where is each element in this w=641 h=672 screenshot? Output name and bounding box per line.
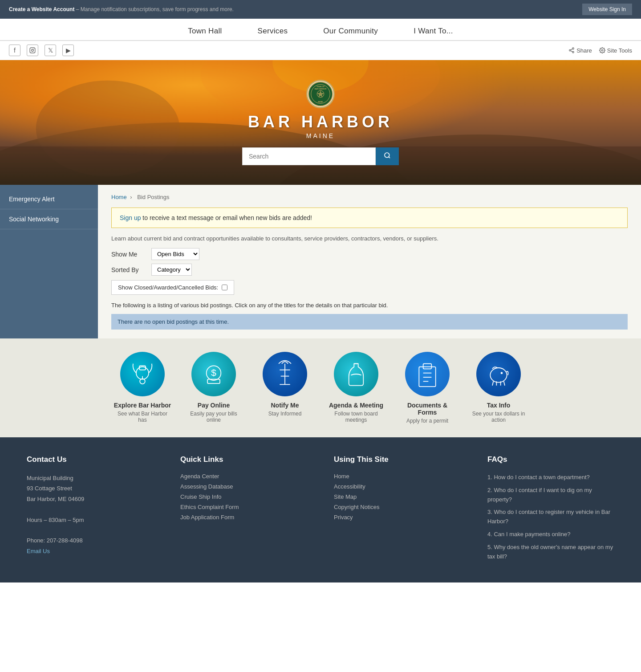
breadcrumb-separator: › bbox=[130, 194, 132, 200]
svg-point-1 bbox=[32, 49, 34, 52]
feature-icon-pay-online: $ bbox=[191, 352, 236, 396]
feature-item-documents[interactable]: Documents & Forms Apply for a permit bbox=[398, 352, 456, 424]
show-me-select[interactable]: Open Bids Closed Bids All Bids bbox=[151, 248, 199, 260]
breadcrumb-home[interactable]: Home bbox=[111, 194, 127, 200]
footer-contact: Contact Us Municipal Building 93 Cottage… bbox=[27, 455, 154, 565]
signup-link[interactable]: Sign up bbox=[120, 214, 141, 221]
breadcrumb: Home › Bid Postings bbox=[111, 194, 628, 200]
nav-services[interactable]: Services bbox=[258, 27, 288, 36]
feature-item-agenda[interactable]: Agenda & Meeting Follow town board meeti… bbox=[327, 352, 385, 424]
main-content: Home › Bid Postings Sign up to receive a… bbox=[98, 185, 641, 338]
quicklink-item[interactable]: Cruise Ship Info bbox=[180, 493, 307, 500]
share-tool[interactable]: Share bbox=[568, 47, 592, 54]
feature-icon-agenda bbox=[334, 352, 378, 396]
svg-rect-29 bbox=[207, 379, 220, 383]
svg-point-8 bbox=[601, 49, 603, 51]
bid-info-text: The following is a listing of various bi… bbox=[111, 302, 628, 309]
svg-rect-0 bbox=[30, 48, 35, 53]
search-button[interactable] bbox=[376, 147, 399, 165]
using-link-item[interactable]: Site Map bbox=[334, 493, 461, 500]
sorted-by-row: Sorted By Category Date Title bbox=[111, 264, 628, 276]
using-link-item[interactable]: Accessibility bbox=[334, 483, 461, 490]
svg-point-40 bbox=[490, 368, 507, 383]
svg-line-42 bbox=[492, 381, 493, 385]
feature-title-notify-me: Notify Me bbox=[256, 402, 314, 409]
show-me-row: Show Me Open Bids Closed Bids All Bids bbox=[111, 248, 628, 260]
feature-title-explore: Explore Bar Harbor bbox=[114, 402, 171, 409]
create-account-link[interactable]: Create a Website Account bbox=[9, 6, 74, 12]
using-link-item[interactable]: Home bbox=[334, 473, 461, 480]
breadcrumb-current: Bid Postings bbox=[137, 194, 169, 200]
faq-item: 4. Can I make payments online? bbox=[487, 530, 614, 539]
footer-faqs-title: FAQs bbox=[487, 455, 614, 464]
share-label: Share bbox=[576, 47, 592, 54]
svg-line-45 bbox=[504, 381, 505, 385]
faq-item: 3. Who do I contact to register my vehic… bbox=[487, 508, 614, 526]
sidebar: Emergency Alert Social Networking bbox=[0, 185, 98, 338]
svg-point-2 bbox=[34, 49, 34, 49]
svg-text:MAINE: MAINE bbox=[318, 101, 324, 103]
site-tools[interactable]: Site Tools bbox=[599, 47, 632, 54]
quicklink-item[interactable]: Ethics Complaint Form bbox=[180, 504, 307, 510]
feature-icon-tax-info bbox=[476, 352, 521, 396]
feature-item-notify-me[interactable]: Notify Me Stay Informed bbox=[256, 352, 314, 424]
quicklink-item[interactable]: Assessing Database bbox=[180, 483, 307, 490]
faq-item: 5. Why does the old owner's name appear … bbox=[487, 543, 614, 562]
feature-icon-notify-me bbox=[263, 352, 307, 396]
footer-building: Municipal Building bbox=[27, 473, 154, 483]
faq-item: 1. How do I contact a town department? bbox=[487, 473, 614, 482]
quicklink-item[interactable]: Job Application Form bbox=[180, 514, 307, 521]
footer-contact-text: Municipal Building 93 Cottage Street Bar… bbox=[27, 473, 154, 556]
using-container: HomeAccessibilitySite MapCopyright Notic… bbox=[334, 473, 461, 521]
sidebar-item-social-networking[interactable]: Social Networking bbox=[0, 209, 98, 229]
closed-bids-checkbox[interactable] bbox=[222, 285, 227, 290]
search-bar bbox=[242, 147, 399, 165]
facebook-icon[interactable]: f bbox=[9, 45, 20, 56]
using-link-item[interactable]: Privacy bbox=[334, 514, 461, 521]
feature-item-explore[interactable]: Explore Bar Harbor See what Bar Harbor h… bbox=[114, 352, 171, 424]
feature-desc-explore: See what Bar Harbor has bbox=[114, 411, 171, 423]
using-link-item[interactable]: Copyright Notices bbox=[334, 504, 461, 510]
top-bar: Create a Website Account – Manage notifi… bbox=[0, 0, 641, 19]
instagram-icon[interactable] bbox=[27, 45, 38, 56]
sorted-by-select[interactable]: Category Date Title bbox=[151, 264, 192, 276]
quicklinks-container: Agenda CenterAssessing DatabaseCruise Sh… bbox=[180, 473, 307, 521]
feature-title-pay-online: Pay Online bbox=[185, 402, 243, 409]
content-area: Emergency Alert Social Networking Home ›… bbox=[0, 185, 641, 338]
hero-subtitle: MAINE bbox=[242, 132, 399, 139]
feature-title-tax-info: Tax Info bbox=[470, 402, 527, 409]
sidebar-item-emergency-alert[interactable]: Emergency Alert bbox=[0, 189, 98, 209]
footer-quicklinks: Quick Links Agenda CenterAssessing Datab… bbox=[180, 455, 307, 565]
footer-email-link[interactable]: Email Us bbox=[27, 548, 50, 554]
no-bids-bar: There are no open bid postings at this t… bbox=[111, 314, 628, 330]
faqs-container: 1. How do I contact a town department?2.… bbox=[487, 473, 614, 561]
feature-item-pay-online[interactable]: $ Pay Online Easily pay your bills onlin… bbox=[185, 352, 243, 424]
sorted-by-label: Sorted By bbox=[111, 266, 147, 273]
feature-desc-notify-me: Stay Informed bbox=[256, 411, 314, 417]
feature-item-tax-info[interactable]: Tax Info See your tax dollars in action bbox=[470, 352, 527, 424]
checkbox-container: Show Closed/Awarded/Cancelled Bids: bbox=[111, 280, 234, 295]
footer-address2: Bar Harbor, ME 04609 bbox=[27, 494, 154, 504]
signin-button[interactable]: Website Sign In bbox=[582, 4, 632, 15]
top-bar-desc: – Manage notification subscriptions, sav… bbox=[76, 6, 234, 12]
nav-town-hall[interactable]: Town Hall bbox=[188, 27, 222, 36]
search-input[interactable] bbox=[242, 147, 376, 165]
footer-using: Using This Site HomeAccessibilitySite Ma… bbox=[334, 455, 461, 565]
quicklink-item[interactable]: Agenda Center bbox=[180, 473, 307, 480]
info-text: Learn about current bid and contract opp… bbox=[111, 235, 628, 242]
footer: Contact Us Municipal Building 93 Cottage… bbox=[0, 437, 641, 582]
svg-point-4 bbox=[569, 49, 571, 51]
top-bar-left: Create a Website Account – Manage notifi… bbox=[9, 6, 234, 12]
checkbox-row: Show Closed/Awarded/Cancelled Bids: bbox=[111, 280, 628, 295]
hero-title: BAR HARBOR bbox=[242, 113, 399, 131]
youtube-icon[interactable]: ▶ bbox=[62, 45, 74, 56]
nav-i-want-to[interactable]: I Want To... bbox=[414, 27, 453, 36]
nav-inner: Town Hall Services Our Community I Want … bbox=[18, 19, 623, 40]
twitter-icon[interactable]: 𝕏 bbox=[45, 45, 56, 56]
tools-right: Share Site Tools bbox=[568, 47, 632, 54]
feature-icon-documents bbox=[405, 352, 450, 396]
nav-our-community[interactable]: Our Community bbox=[323, 27, 378, 36]
svg-point-5 bbox=[572, 51, 574, 53]
no-bids-text: There are no open bid postings at this t… bbox=[118, 318, 229, 325]
features-section: Explore Bar Harbor See what Bar Harbor h… bbox=[0, 338, 641, 437]
